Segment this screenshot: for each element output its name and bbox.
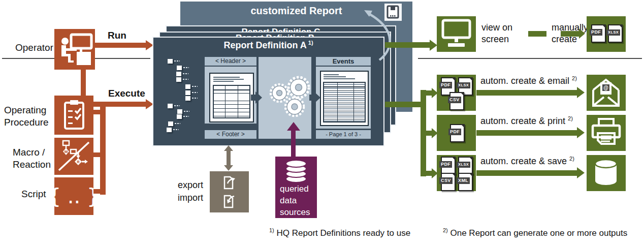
open-envelope-at-icon: @: [587, 75, 626, 111]
doc-text-line: [324, 76, 346, 77]
print-output-files-box: PDF: [437, 115, 476, 151]
floppy-disk-icon: [384, 4, 402, 21]
svg-text:R: R: [77, 160, 79, 164]
save-branch-shaft: [426, 171, 432, 176]
operating-line1: Operating: [4, 105, 46, 115]
email-branch-shaft: [426, 90, 432, 96]
events-document-preview: [320, 71, 369, 126]
tree-node: [168, 121, 173, 126]
footnote-2-marker: 2): [443, 227, 448, 233]
run-arrow-shaft: [95, 43, 146, 48]
footnote-1: 1) HQ Report Definitions ready to use: [269, 227, 410, 238]
xml-file-icon: XML: [458, 173, 473, 191]
tree-node: [176, 72, 181, 76]
print-label-text: autom. create & print: [480, 116, 565, 126]
output-feed-line: [385, 102, 423, 107]
doc-text-line: [213, 77, 240, 78]
flow-chevron-tail: [251, 95, 255, 101]
tree-node: [185, 96, 190, 101]
trigger-trunk-line: [100, 102, 106, 195]
print-arrow-shaft: [476, 130, 577, 136]
queried-data-sources-box: queried data sources: [275, 157, 317, 218]
flow-dash: [528, 31, 546, 37]
macro-reaction-flowchart-icon: M R: [54, 138, 93, 175]
script-braces-icon: { .. }: [54, 177, 93, 215]
database-cylinder-icon: [587, 155, 626, 191]
view-arrow-head: [430, 40, 437, 51]
operator-workstation-icon: [54, 29, 95, 70]
file-type-label: XML: [457, 177, 470, 184]
footnote-2-text: One Report can generate one or more outp…: [450, 228, 628, 238]
pdf-file-icon: PDF: [591, 24, 606, 43]
print-footref: 2): [568, 115, 573, 121]
view-line2: screen: [481, 34, 509, 44]
csv-file-icon: CSV: [441, 173, 456, 191]
email-arrow-shaft: [476, 90, 577, 96]
operating-procedure-label: Operating Procedure: [4, 104, 49, 129]
queried-line2: data: [280, 196, 297, 205]
footer-section-bar: < Footer >: [205, 130, 256, 139]
macro-reaction-label: Macro / Reaction: [13, 146, 51, 171]
footnote-1-marker: 1): [269, 227, 274, 233]
customized-report-title: customized Report: [180, 5, 412, 17]
view-arrow-shaft: [385, 42, 430, 48]
view-on-screen-label: view on screen: [481, 22, 512, 45]
tree-node: [168, 104, 173, 108]
svg-text:@: @: [603, 85, 608, 90]
output-branch-trunk: [421, 90, 426, 176]
view-line1: view on: [481, 22, 512, 33]
events-table-grid: [323, 82, 366, 122]
print-arrow-head: [577, 127, 585, 138]
macro-line1: Macro /: [13, 147, 45, 158]
file-type-label: PDF: [448, 129, 461, 135]
svg-text:M: M: [65, 149, 68, 154]
tree-node: [177, 66, 182, 70]
xlsx-file-icon: XLSX: [608, 24, 623, 43]
doc-text-line: [213, 79, 244, 80]
printer-icon: [587, 115, 626, 151]
svg-text:{ .. }: { .. }: [54, 184, 93, 208]
monitor-icon: [437, 16, 476, 52]
file-type-label: CSV: [448, 97, 461, 103]
export-import-documents-icon: [210, 171, 249, 212]
execute-arrow-shaft: [103, 102, 146, 107]
processing-panel: [259, 57, 311, 139]
email-label-text: autom. create & email: [480, 76, 569, 86]
manual-arrow-head: [579, 28, 585, 39]
report-definition-a-title: Report Definition A1): [153, 40, 383, 51]
queried-data-arrow-head: [287, 122, 300, 131]
flow-chevron-tail: [309, 95, 314, 101]
email-arrow-head: [577, 87, 585, 98]
flow-chevron-icon: [314, 91, 320, 104]
tree-node: [167, 128, 172, 132]
tree-node: [168, 59, 173, 64]
file-type-label: PDF: [590, 29, 602, 36]
layout-document-preview: [209, 73, 254, 122]
queried-line3: sources: [280, 207, 310, 217]
manual-arrow-shaft: [561, 31, 579, 37]
tree-node: [176, 77, 181, 82]
doc-text-line: [213, 81, 234, 82]
page-number-bar: - Page 1 of 3 -: [316, 130, 371, 139]
pdf-file-icon: PDF: [441, 157, 456, 175]
doc-text-line: [324, 74, 339, 75]
execute-label: Execute: [108, 87, 145, 100]
macro-line2: Reaction: [13, 159, 51, 170]
save-footref: 2): [569, 156, 574, 162]
tree-node: [177, 114, 182, 119]
autom-create-save-label: autom. create & save 2): [480, 156, 574, 167]
export-import-arrow-down: [224, 165, 233, 171]
print-branch-shaft: [426, 131, 432, 136]
save-output-files-box: PDF XLSX CSV XML: [437, 155, 476, 191]
tree-node: [185, 90, 190, 95]
email-footref: 2): [572, 75, 577, 81]
database-stack-icon: [284, 159, 308, 183]
save-arrow-shaft: [476, 170, 577, 176]
macro-connector: [93, 152, 101, 157]
file-type-label: PDF: [439, 161, 452, 168]
report-definition-a-text: Report Definition A: [223, 40, 306, 50]
file-type-label: PDF: [439, 82, 452, 88]
tree-node: [185, 84, 190, 89]
events-section-bar: Events: [316, 57, 371, 66]
clipboard-checklist-icon: [54, 96, 93, 135]
